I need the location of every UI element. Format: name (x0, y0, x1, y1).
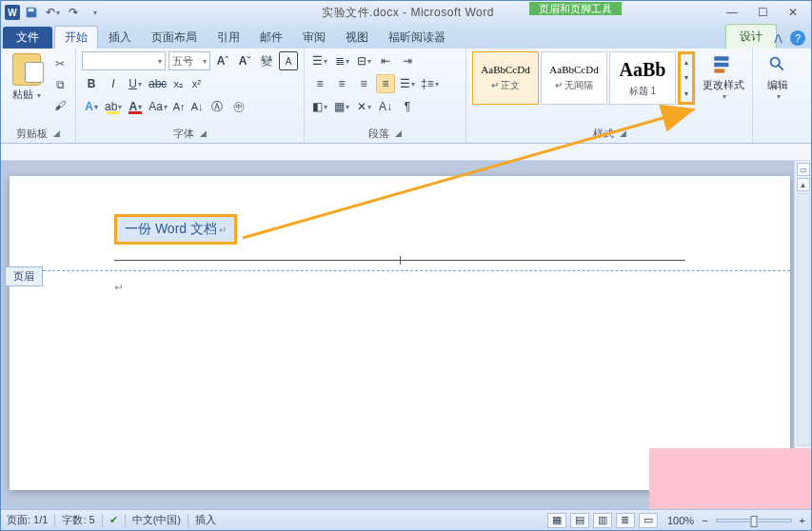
view-fullscreen-icon[interactable]: ▤ (570, 513, 589, 528)
multilevel-icon[interactable]: ⊟▾ (354, 51, 373, 70)
ruler-toggle-icon[interactable]: ▭ (797, 163, 810, 176)
font-color-icon[interactable]: A▾ (126, 97, 145, 116)
tab-foxit[interactable]: 福昕阅读器 (379, 26, 455, 49)
group-paragraph-label: 段落 (368, 127, 389, 141)
view-draft-icon[interactable]: ▭ (639, 513, 658, 528)
zoom-out-button[interactable]: − (702, 515, 707, 526)
status-page[interactable]: 页面: 1/1 (7, 513, 48, 527)
superscript-button[interactable]: x² (188, 74, 204, 93)
tab-view[interactable]: 视图 (336, 26, 378, 49)
status-words[interactable]: 字数: 5 (62, 513, 94, 527)
qat-more-icon[interactable]: ▾ (85, 3, 104, 22)
tab-insert[interactable]: 插入 (99, 26, 141, 49)
change-case-icon[interactable]: Aa▾ (148, 97, 168, 116)
sort-icon[interactable]: A↓ (376, 97, 395, 116)
tab-review[interactable]: 审阅 (293, 26, 335, 49)
style-normal[interactable]: AaBbCcDd ↵ 正文 (472, 51, 539, 105)
italic-button[interactable]: I (104, 74, 123, 93)
close-button[interactable]: ✕ (779, 4, 807, 21)
header-area[interactable]: 一份 Word 文档↵ (10, 176, 790, 271)
save-icon[interactable] (22, 3, 41, 22)
underline-button[interactable]: U▾ (126, 74, 145, 93)
group-paragraph: ☰▾ ≣▾ ⊟▾ ⇤ ⇥ ≡ ≡ ≡ ≡ ☰▾ ‡≡▾ (305, 49, 466, 143)
shrink-font2-icon[interactable]: A↓ (189, 97, 205, 116)
redo-icon[interactable]: ↷ (64, 3, 83, 22)
view-web-icon[interactable]: ▥ (593, 513, 612, 528)
clipboard-launcher[interactable]: ◢ (53, 128, 60, 138)
change-styles-button[interactable]: 更改样式 ▾ (701, 51, 746, 101)
status-language[interactable]: 中文(中国) (132, 513, 181, 527)
shrink-font-icon[interactable]: Aˇ (235, 51, 254, 70)
shading-icon[interactable]: ◧▾ (310, 97, 329, 116)
char-border-icon[interactable]: A (279, 51, 298, 70)
scroll-up-icon[interactable]: ▲ (797, 178, 810, 191)
page[interactable]: 一份 Word 文档↵ 页眉 ↵ (10, 176, 790, 490)
paragraph-launcher[interactable]: ◢ (395, 128, 402, 138)
enclosed-char-icon[interactable]: ㊥ (229, 97, 248, 116)
style-no-spacing[interactable]: AaBbCcDd ↵ 无间隔 (541, 51, 607, 105)
style-heading1[interactable]: AaBb 标题 1 (609, 51, 676, 105)
justify-icon[interactable]: ≡ (376, 74, 395, 93)
styles-gallery-expand[interactable]: ▴▾▾ (678, 51, 695, 105)
group-styles-label: 样式 (593, 127, 614, 141)
find-icon[interactable] (766, 53, 789, 76)
asian-layout-icon[interactable]: ✕▾ (354, 97, 373, 116)
paste-button[interactable]: 粘贴 ▾ (12, 88, 40, 102)
font-name-combo[interactable]: ▾ (82, 51, 166, 70)
group-clipboard-label: 剪贴板 (16, 127, 48, 141)
highlight-icon[interactable]: ab▾ (104, 97, 123, 116)
line-spacing-icon[interactable]: ‡≡▾ (420, 74, 440, 93)
paste-icon[interactable] (12, 53, 41, 86)
view-outline-icon[interactable]: ≣ (616, 513, 635, 528)
tab-design[interactable]: 设计 (725, 24, 777, 49)
align-left-icon[interactable]: ≡ (310, 74, 329, 93)
ribbon-minimize-icon[interactable]: ᐱ (774, 31, 782, 46)
tab-references[interactable]: 引用 (208, 26, 249, 49)
font-launcher[interactable]: ◢ (200, 128, 207, 138)
pinyin-guide-icon[interactable]: 變 (257, 51, 276, 70)
tab-home[interactable]: 开始 (54, 26, 98, 49)
maximize-button[interactable]: ☐ (748, 4, 777, 21)
bullets-icon[interactable]: ☰▾ (310, 51, 329, 70)
cut-icon[interactable]: ✂ (50, 55, 69, 72)
tab-layout[interactable]: 页面布局 (142, 26, 207, 49)
tab-mail[interactable]: 邮件 (250, 26, 292, 49)
zoom-level[interactable]: 100% (667, 515, 694, 526)
font-size-combo[interactable]: 五号▾ (168, 51, 210, 70)
ribbon-tabs: 文件 开始 插入 页面布局 引用 邮件 审阅 视图 福昕阅读器 设计 ᐱ ? (1, 24, 811, 49)
borders-icon[interactable]: ▦▾ (332, 97, 351, 116)
zoom-in-button[interactable]: + (800, 515, 805, 526)
align-right-icon[interactable]: ≡ (354, 74, 373, 93)
zoom-slider[interactable] (716, 519, 792, 522)
help-icon[interactable]: ? (790, 30, 805, 46)
strike-button[interactable]: abc (148, 74, 168, 93)
subscript-button[interactable]: x₂ (170, 74, 186, 93)
proofing-icon[interactable]: ✔ (109, 514, 118, 526)
distribute-icon[interactable]: ☰▾ (398, 74, 417, 93)
header-label-tab[interactable]: 页眉 (5, 266, 43, 286)
bold-button[interactable]: B (82, 74, 101, 93)
grow-font-icon[interactable]: Aˆ (213, 51, 232, 70)
numbering-icon[interactable]: ≣▾ (332, 51, 351, 70)
horizontal-ruler[interactable] (1, 144, 811, 161)
header-text-highlight: 一份 Word 文档↵ (114, 214, 237, 245)
undo-icon[interactable]: ↶▾ (43, 3, 62, 22)
show-marks-icon[interactable]: ¶ (398, 97, 417, 116)
styles-launcher[interactable]: ◢ (620, 128, 626, 138)
format-painter-icon[interactable]: 🖌 (50, 97, 69, 114)
increase-indent-icon[interactable]: ⇥ (398, 51, 417, 70)
copy-icon[interactable]: ⧉ (50, 76, 69, 93)
body-text[interactable]: ↵ (10, 271, 790, 304)
tab-file[interactable]: 文件 (3, 27, 52, 49)
ribbon: 粘贴 ▾ ✂ ⧉ 🖌 剪贴板◢ ▾ 五号▾ Aˆ Aˇ (1, 49, 811, 144)
context-tool-label: 页眉和页脚工具 (529, 2, 622, 16)
header-text[interactable]: 一份 Word 文档↵ (125, 221, 227, 236)
text-effects-icon[interactable]: A▾ (82, 97, 101, 116)
view-print-layout-icon[interactable]: ▦ (547, 513, 566, 528)
clear-format-icon[interactable]: Ⓐ (208, 97, 227, 116)
status-mode[interactable]: 插入 (195, 513, 216, 527)
grow-font2-icon[interactable]: A↑ (171, 97, 187, 116)
minimize-button[interactable]: ― (718, 4, 746, 21)
decrease-indent-icon[interactable]: ⇤ (376, 51, 395, 70)
align-center-icon[interactable]: ≡ (332, 74, 351, 93)
